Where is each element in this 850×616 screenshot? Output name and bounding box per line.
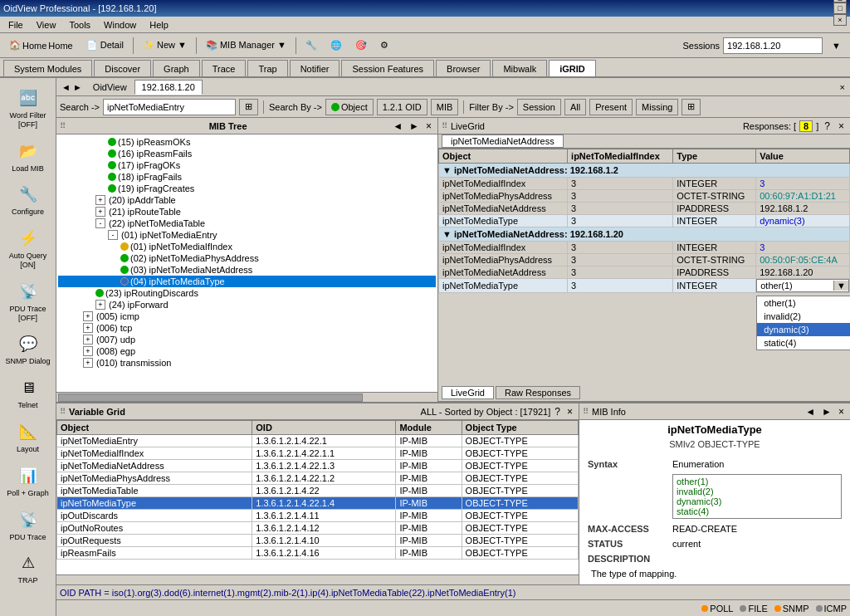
vargrid-row[interactable]: ipNetToMediaNetAddress1.3.6.1.2.1.4.22.1… (57, 460, 579, 472)
mibinfo-close-btn[interactable]: × (836, 405, 847, 418)
vargrid-row[interactable]: ipNetToMediaIfIndex1.3.6.1.2.1.4.22.1.1I… (57, 447, 579, 460)
toolbar-icon1[interactable]: 🔧 (300, 36, 323, 56)
vargrid-row[interactable]: ipOutDiscards1.3.6.1.2.1.4.11IP-MIBOBJEC… (57, 510, 579, 522)
expand-btn[interactable]: + (83, 346, 93, 356)
livegrid-row-dropdown[interactable]: ipNetToMediaType 3 INTEGER other(1) ▼ (439, 279, 850, 293)
expand-btn[interactable]: + (95, 195, 105, 205)
dropdown-popup[interactable]: other(1) invalid(2) dynamic(3) static(4) (756, 296, 850, 350)
vargrid-row[interactable]: ipOutNoRoutes1.3.6.1.2.1.4.12IP-MIBOBJEC… (57, 522, 579, 535)
tab-livegrid[interactable]: LiveGrid (442, 386, 494, 399)
detail-button[interactable]: 📄 Detail (81, 36, 129, 56)
tree-item-16[interactable]: + (006) tcp (58, 322, 436, 334)
livegrid-row[interactable]: ipNetToMediaNetAddress 3 IPADDRESS 192.1… (439, 203, 850, 215)
mib-tree-scrollthumb[interactable] (58, 394, 363, 402)
vargrid-row[interactable]: ipReasmFails1.3.6.1.2.1.4.16IP-MIBOBJECT… (57, 547, 579, 560)
grid-view-btn[interactable]: ⊞ (681, 99, 701, 115)
tab-browser[interactable]: Browser (436, 60, 491, 76)
group2-expand[interactable]: ▼ (442, 229, 452, 239)
tree-item-0[interactable]: (15) ipReasmOKs (58, 136, 436, 148)
expand-btn[interactable]: - (108, 230, 118, 240)
search-browse-btn[interactable]: ⊞ (239, 99, 258, 115)
toolbar-icon4[interactable]: ⚙ (374, 36, 394, 56)
dropdown-arrow[interactable]: ▼ (833, 281, 848, 291)
livegrid-row[interactable]: ipNetToMediaIfIndex 3 INTEGER 3 (439, 242, 850, 254)
sec-tab-ip[interactable]: 192.168.1.20 (134, 80, 203, 95)
mib-tree-close-btn[interactable]: × (423, 120, 434, 133)
tree-item-3[interactable]: (18) ipFragFails (58, 171, 436, 183)
sidebar-item-pdu-trace2[interactable]: 📡 PDU Trace (2, 503, 55, 545)
tree-item-19[interactable]: + (010) transmission (58, 357, 436, 369)
livegrid-row[interactable]: ipNetToMediaPhysAddress 3 OCTET-STRING 0… (439, 254, 850, 266)
tree-item-10[interactable]: (02) ipNetToMediaPhysAddress (58, 252, 436, 264)
menu-file[interactable]: File (2, 18, 30, 32)
dropdown-option-static[interactable]: static(4) (757, 336, 850, 350)
tree-item-9[interactable]: (01) ipNetToMediaIfIndex (58, 241, 436, 252)
menu-tools[interactable]: Tools (62, 18, 97, 32)
expand-btn[interactable]: + (83, 323, 93, 333)
toolbar-icon2[interactable]: 🌐 (325, 36, 348, 56)
mib-manager-button[interactable]: 📚 MIB Manager ▼ (200, 36, 292, 56)
vargrid-row[interactable]: ipNetToMediaEntry1.3.6.1.2.1.4.22.1IP-MI… (57, 435, 579, 447)
tab-notifier[interactable]: Notifier (290, 60, 340, 76)
expand-btn[interactable]: + (83, 335, 93, 345)
livegrid-row[interactable]: ipNetToMediaPhysAddress 3 OCTET-STRING 0… (439, 190, 850, 203)
search-input[interactable] (103, 99, 236, 115)
vargrid-row[interactable]: ipNetToMediaType1.3.6.1.2.1.4.22.1.4IP-M… (57, 497, 579, 510)
sidebar-item-layout[interactable]: 📐 Layout (2, 415, 55, 457)
dropdown-option-dynamic[interactable]: dynamic(3) (757, 323, 850, 336)
mib-tree-scrollbar[interactable] (56, 392, 437, 402)
vargrid-row[interactable]: ipNetToMediaPhysAddress1.3.6.1.2.1.4.22.… (57, 472, 579, 485)
livegrid-tab-address[interactable]: ipNetToMediaNetAddress (442, 134, 564, 148)
livegrid-row[interactable]: ipNetToMediaNetAddress 3 IPADDRESS 192.1… (439, 266, 850, 279)
tree-item-4[interactable]: (19) ipFragCreates (58, 183, 436, 194)
group1-expand[interactable]: ▼ (442, 165, 452, 175)
sidebar-item-poll-graph[interactable]: 📊 Poll + Graph (2, 459, 55, 501)
tree-item-7[interactable]: - (22) ipNetToMediaTable (58, 218, 436, 229)
sidebar-item-load-mib[interactable]: 📂 Load MIB (2, 134, 55, 177)
missing-btn[interactable]: Missing (636, 99, 678, 115)
mib-tree-nav-left[interactable]: ◄ (390, 120, 405, 133)
tab-system-modules[interactable]: System Modules (3, 60, 92, 76)
tree-item-5[interactable]: + (20) ipAddrTable (58, 194, 436, 206)
livegrid-row[interactable]: ipNetToMediaType 3 INTEGER dynamic(3) (439, 215, 850, 227)
livegrid-table-wrapper[interactable]: Object ipNetToMediaIfIndex Type Value ▼ (438, 149, 850, 384)
tab-igrid[interactable]: iGRID (549, 60, 596, 76)
vargrid-close-btn[interactable]: × (564, 405, 575, 418)
tab-session-features[interactable]: Session Features (341, 60, 434, 76)
mibinfo-nav-right[interactable]: ► (819, 405, 834, 418)
dropdown-option-invalid[interactable]: invalid(2) (757, 310, 850, 323)
dropdown-option-other[interactable]: other(1) (757, 296, 850, 310)
sidebar-item-snmp-dialog[interactable]: 💬 SNMP Dialog (2, 327, 55, 369)
expand-btn[interactable]: + (83, 311, 93, 321)
session-btn[interactable]: Session (517, 99, 561, 115)
sessions-dropdown[interactable]: ▼ (826, 36, 847, 56)
all-btn[interactable]: All (564, 99, 586, 115)
expand-btn[interactable]: + (83, 358, 93, 368)
object-btn[interactable]: Object (325, 99, 374, 115)
vargrid-help-btn[interactable]: ? (552, 405, 563, 418)
expand-btn[interactable]: - (95, 218, 105, 228)
vargrid-scrollbar[interactable] (56, 574, 579, 584)
menu-help[interactable]: Help (143, 18, 175, 32)
tab-raw-responses[interactable]: Raw Responses (496, 386, 580, 399)
sec-tab-oidview[interactable]: OidView (85, 80, 134, 95)
tab-graph[interactable]: Graph (153, 60, 200, 76)
vargrid-row[interactable]: ipNetToMediaTable1.3.6.1.2.1.4.22IP-MIBO… (57, 485, 579, 497)
livegrid-help-btn[interactable]: ? (822, 120, 833, 133)
tab-discover[interactable]: Discover (94, 60, 151, 76)
tree-item-17[interactable]: + (007) udp (58, 334, 436, 345)
tree-item-8[interactable]: - (01) ipNetToMediaEntry (58, 229, 436, 241)
expand-btn[interactable]: + (95, 300, 105, 310)
sidebar-item-word-filter[interactable]: 🔤 Word Filter[OFF] (2, 81, 55, 133)
tree-item-14[interactable]: + (24) ipForward (58, 299, 436, 310)
toolbar-icon3[interactable]: 🎯 (349, 36, 373, 56)
vargrid-content[interactable]: Object OID Module Object Type ipNetToMed… (56, 420, 579, 574)
maximize-btn[interactable]: □ (833, 2, 847, 14)
vargrid-row[interactable]: ipOutRequests1.3.6.1.2.1.4.10IP-MIBOBJEC… (57, 535, 579, 547)
mib-tree-nav-right[interactable]: ► (407, 120, 422, 133)
tree-item-2[interactable]: (17) ipFragOKs (58, 159, 436, 171)
mib-tree-content[interactable]: (15) ipReasmOKs (16) ipReasmFails (17) i… (56, 134, 437, 392)
cell-value-dropdown[interactable]: other(1) ▼ other(1) invalid(2) dynamic(3… (756, 279, 850, 293)
tab-trap[interactable]: Trap (247, 60, 287, 76)
sidebar-item-trap[interactable]: ⚠ TRAP (2, 546, 55, 589)
